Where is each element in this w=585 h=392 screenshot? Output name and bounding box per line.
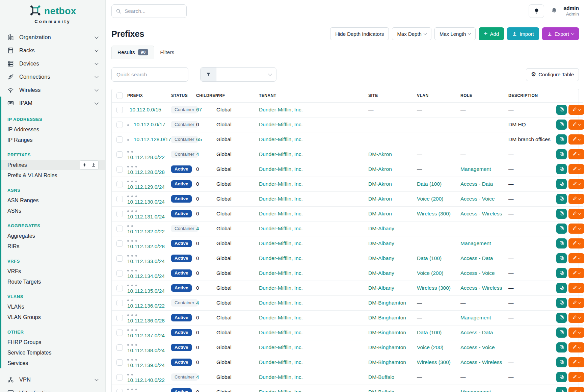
site-link[interactable]: DM-Buffalo [368,389,394,392]
prefix-link[interactable]: 10.112.132.0/28 [127,243,165,249]
site-link[interactable]: DM-Akron [368,151,392,157]
role-link[interactable]: Access - Data [460,330,493,335]
prefix-link[interactable]: 10.112.128.0/22 [127,154,165,160]
row-checkbox[interactable] [116,122,123,128]
sidebar-item-wireless[interactable]: Wireless [0,83,105,97]
sidebar-item-vlan-groups[interactable]: VLAN Groups [1,312,105,322]
max-depth-dropdown[interactable]: Max Depth [392,27,431,40]
row-checkbox[interactable] [116,181,123,187]
row-checkbox[interactable] [116,344,123,351]
prefix-link[interactable]: 10.112.135.0/24 [127,288,165,294]
site-link[interactable]: DM-Akron [368,211,392,216]
row-checkbox[interactable] [116,240,123,247]
user-menu[interactable]: admin Admin [563,5,579,17]
clone-button[interactable] [556,342,567,352]
clone-button[interactable] [556,105,567,115]
children-count-link[interactable]: 4 [196,151,199,157]
max-length-dropdown[interactable]: Max Length [434,27,476,40]
row-checkbox[interactable] [116,300,123,306]
site-link[interactable]: DM-Binghamton [368,300,406,306]
sidebar-item-organization[interactable]: Organization [0,31,105,44]
site-link[interactable]: DM-Albany [368,285,394,291]
edit-dropdown-button[interactable] [568,313,584,323]
tenant-link[interactable]: Dunder-Mifflin, Inc. [259,122,303,127]
vlan-link[interactable]: Wireless (300) [417,359,451,365]
site-link[interactable]: DM-Albany [368,226,394,231]
clone-button[interactable] [556,313,567,323]
edit-dropdown-button[interactable] [568,283,584,293]
site-link[interactable]: DM-Buffalo [368,374,394,380]
site-link[interactable]: DM-Binghamton [368,344,406,350]
edit-dropdown-button[interactable] [568,120,584,130]
edit-dropdown-button[interactable] [568,194,584,204]
hide-depth-indicators-button[interactable]: Hide Depth Indicators [330,27,389,40]
site-link[interactable]: DM-Akron [368,196,392,202]
edit-dropdown-button[interactable] [568,298,584,308]
tab-results[interactable]: Results 90 [111,46,154,59]
role-link[interactable]: Access - Wireless [460,359,502,365]
clone-button[interactable] [556,253,567,263]
row-checkbox[interactable] [116,211,123,217]
prefix-link[interactable]: 10.112.131.0/24 [127,214,165,219]
sidebar-item-ipam[interactable]: IPAM [1,97,105,110]
saved-filter-select[interactable] [216,68,276,81]
tenant-link[interactable]: Dunder-Mifflin, Inc. [259,196,303,202]
prefix-link[interactable]: 10.112.140.0/22 [127,377,165,383]
prefix-link[interactable]: 10.112.138.0/24 [127,347,165,353]
sidebar-item-prefixes[interactable]: Prefixes [1,160,105,170]
notifications-button[interactable] [551,7,557,15]
prefix-link[interactable]: 10.112.136.0/28 [127,318,165,323]
role-link[interactable]: Management [460,315,491,320]
tenant-link[interactable]: Dunder-Mifflin, Inc. [259,330,303,335]
tenant-link[interactable]: Dunder-Mifflin, Inc. [259,181,303,187]
vlan-link[interactable]: Voice (200) [417,196,443,202]
prefix-link[interactable]: 10.112.0.0/15 [130,107,161,112]
edit-dropdown-button[interactable] [568,268,584,278]
role-link[interactable]: Access - Data [460,255,493,261]
row-checkbox[interactable] [116,136,123,143]
sidebar-item-ip-addresses[interactable]: IP Addresses [1,124,105,135]
row-checkbox[interactable] [116,107,123,113]
sidebar-item-vpn[interactable]: VPN [0,373,105,386]
site-link[interactable]: DM-Albany [368,255,394,261]
sidebar-item-vlans[interactable]: VLANs [1,302,105,312]
sidebar-item-route-targets[interactable]: Route Targets [1,277,105,287]
edit-dropdown-button[interactable] [568,105,584,115]
tenant-link[interactable]: Dunder-Mifflin, Inc. [259,270,303,276]
row-checkbox[interactable] [116,226,123,232]
role-link[interactable]: Access - Voice [460,196,495,202]
role-link[interactable]: Management [460,389,491,392]
prefix-link[interactable]: 10.112.133.0/24 [127,258,165,264]
row-checkbox[interactable] [116,374,123,381]
edit-dropdown-button[interactable] [568,149,584,159]
tenant-link[interactable]: Dunder-Mifflin, Inc. [259,107,303,112]
tab-filters[interactable]: Filters [154,46,180,59]
role-link[interactable]: Access - Wireless [460,285,502,291]
row-checkbox[interactable] [116,270,123,277]
clone-button[interactable] [556,328,567,338]
children-count-link[interactable]: 4 [196,374,199,380]
edit-dropdown-button[interactable] [568,164,584,174]
prefix-link[interactable]: 10.112.139.0/24 [127,362,165,368]
edit-dropdown-button[interactable] [568,372,584,382]
edit-dropdown-button[interactable] [568,342,584,352]
configure-table-button[interactable]: ⚙ Configure Table [526,68,579,81]
vlan-link[interactable]: Data (100) [417,181,442,187]
add-button[interactable]: + Add [479,27,504,40]
sidebar-item-rirs[interactable]: RIRs [1,241,105,252]
quick-search-input[interactable] [111,67,188,82]
clone-button[interactable] [556,194,567,204]
vlan-link[interactable]: Wireless (300) [417,211,451,216]
tenant-link[interactable]: Dunder-Mifflin, Inc. [259,389,303,392]
clone-button[interactable] [556,179,567,189]
prefix-link[interactable]: 10.112.129.0/24 [127,184,165,190]
prefix-link[interactable]: 10.112.134.0/24 [127,273,165,279]
clone-button[interactable] [556,238,567,249]
row-checkbox[interactable] [116,151,123,158]
site-link[interactable]: DM-Albany [368,240,394,246]
tenant-link[interactable]: Dunder-Mifflin, Inc. [259,374,303,380]
role-link[interactable]: Access - Wireless [460,211,502,216]
row-checkbox[interactable] [116,389,123,392]
prefix-link[interactable]: 10.112.128.0/17 [134,136,171,142]
children-count-link[interactable]: 67 [196,107,202,112]
